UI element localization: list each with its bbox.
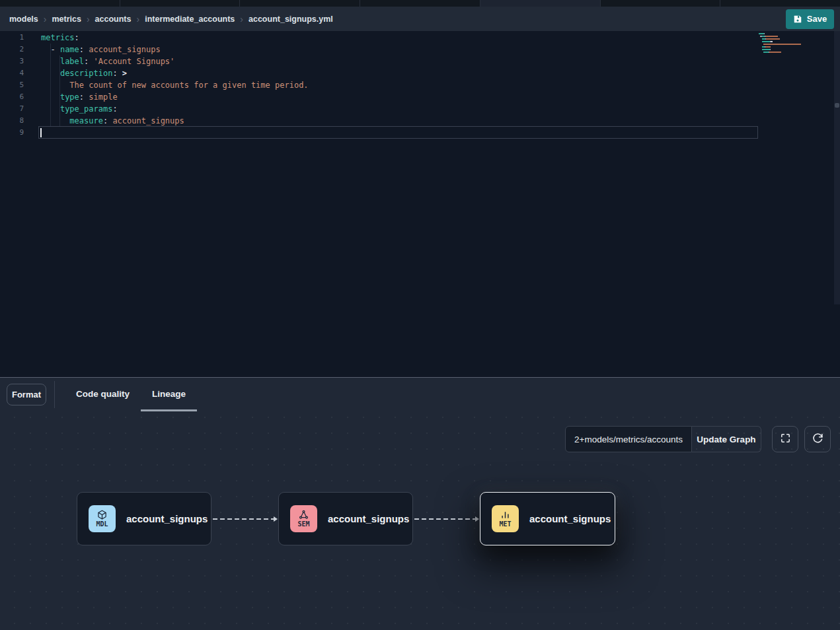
node-badge-label: SEM — [297, 520, 309, 528]
editor-tab[interactable] — [240, 0, 360, 7]
line-number: 5 — [0, 79, 24, 91]
code-line[interactable]: 6 type: simple — [0, 91, 840, 103]
refresh-button[interactable] — [804, 426, 831, 452]
line-number: 7 — [0, 103, 24, 115]
code-text: metrics: — [41, 32, 79, 44]
indent-guide — [50, 44, 51, 127]
lineage-node-met[interactable]: METaccount_signups — [480, 492, 615, 545]
minimap-line — [759, 46, 828, 48]
fullscreen-icon — [780, 433, 791, 446]
editor-scrollbar[interactable] — [834, 31, 840, 304]
editor-tab[interactable] — [0, 0, 120, 7]
editor-tab[interactable] — [120, 0, 241, 7]
save-label: Save — [807, 14, 827, 24]
chevron-right-icon: › — [240, 15, 243, 24]
node-title: account_signups — [529, 513, 611, 524]
minimap-line — [759, 52, 828, 53]
breadcrumb-item[interactable]: intermediate_accounts — [145, 15, 235, 24]
tab-lineage[interactable]: Lineage — [141, 378, 197, 411]
editor-tab[interactable] — [720, 0, 840, 7]
lineage-node-sem[interactable]: SEMaccount_signups — [278, 492, 413, 545]
code-line[interactable]: 5 The count of new accounts for a given … — [0, 79, 840, 91]
save-button[interactable]: Save — [786, 9, 834, 29]
line-number: 6 — [0, 91, 24, 103]
node-badge-label: MDL — [96, 520, 108, 528]
minimap[interactable] — [759, 33, 828, 54]
edge-arrow-icon — [475, 516, 479, 522]
minimap-line — [759, 38, 828, 40]
tab-code-quality[interactable]: Code quality — [65, 378, 141, 411]
minimap-line — [759, 36, 828, 37]
line-number: 1 — [0, 32, 24, 44]
node-title: account_signups — [126, 513, 208, 524]
code-line[interactable]: 4 description: > — [0, 67, 840, 79]
line-number: 3 — [0, 55, 24, 67]
code-text: - name: account_signups — [41, 44, 161, 55]
breadcrumb-item[interactable]: account_signups.yml — [248, 15, 333, 24]
node-badge-label: MET — [499, 520, 511, 528]
code-line[interactable]: 8 measure: account_signups — [0, 115, 840, 127]
format-button[interactable]: Format — [7, 384, 46, 405]
refresh-icon — [812, 433, 823, 446]
minimap-line — [759, 49, 828, 50]
lineage-node-mdl[interactable]: MDLaccount_signups — [77, 492, 211, 545]
app-window: models›metrics›accounts›intermediate_acc… — [0, 0, 840, 630]
chevron-right-icon: › — [136, 15, 139, 24]
minimap-line — [759, 41, 828, 42]
code-text: The count of new accounts for a given ti… — [41, 79, 309, 91]
cube-icon: MDL — [89, 505, 116, 532]
editor-tab[interactable] — [360, 0, 480, 7]
chevron-right-icon: › — [87, 15, 90, 24]
code-text: type_params: — [41, 103, 118, 115]
code-line[interactable]: 3 label: 'Account Signups' — [0, 55, 840, 67]
code-editor[interactable]: 1metrics:2 - name: account_signups3 labe… — [0, 31, 840, 377]
lineage-canvas[interactable]: Update Graph — [0, 416, 840, 630]
code-lines: 1metrics:2 - name: account_signups3 labe… — [0, 32, 840, 139]
minimap-line — [759, 33, 828, 34]
current-line-highlight — [38, 126, 758, 139]
breadcrumb-item[interactable]: accounts — [95, 15, 132, 24]
graph-controls: Update Graph — [565, 426, 831, 452]
chevron-right-icon: › — [44, 15, 47, 24]
breadcrumb-item[interactable]: models — [9, 15, 38, 24]
minimap-line — [759, 44, 828, 45]
chart-icon: MET — [492, 505, 519, 532]
line-number: 4 — [0, 67, 24, 79]
code-text: label: 'Account Signups' — [41, 55, 174, 67]
indent-guide — [59, 55, 60, 127]
code-line[interactable]: 7 type_params: — [0, 103, 840, 115]
breadcrumb: models›metrics›accounts›intermediate_acc… — [9, 15, 333, 24]
toolbar-divider — [54, 381, 55, 408]
line-number: 9 — [0, 127, 24, 139]
line-number: 8 — [0, 115, 24, 127]
edge-arrow-icon — [274, 516, 278, 522]
code-text: description: > — [41, 67, 127, 79]
editor-tab[interactable] — [601, 0, 721, 7]
text-cursor — [40, 128, 42, 137]
node-title: account_signups — [328, 513, 409, 524]
panel-toolbar: Format Code qualityLineage — [0, 378, 840, 416]
code-line[interactable]: 2 - name: account_signups — [0, 44, 840, 55]
lineage-edge — [414, 518, 478, 520]
network-icon: SEM — [290, 505, 317, 532]
update-graph-button[interactable]: Update Graph — [692, 426, 761, 452]
editor-tab[interactable] — [480, 0, 601, 7]
scrollbar-thumb[interactable] — [835, 103, 839, 108]
panel-tabs: Code qualityLineage — [65, 378, 197, 411]
bottom-panel: Format Code qualityLineage Update Graph — [0, 378, 840, 630]
code-text: type: simple — [41, 91, 118, 103]
lineage-selector-input[interactable] — [565, 426, 692, 452]
fullscreen-button[interactable] — [772, 426, 798, 452]
code-line[interactable]: 1metrics: — [0, 32, 840, 44]
breadcrumb-item[interactable]: metrics — [52, 15, 81, 24]
lineage-edge — [213, 518, 277, 520]
line-number: 2 — [0, 44, 24, 55]
breadcrumb-bar: models›metrics›accounts›intermediate_acc… — [0, 7, 840, 31]
code-text: measure: account_signups — [41, 115, 184, 127]
save-icon — [793, 15, 802, 24]
editor-tab-strip — [0, 0, 840, 7]
